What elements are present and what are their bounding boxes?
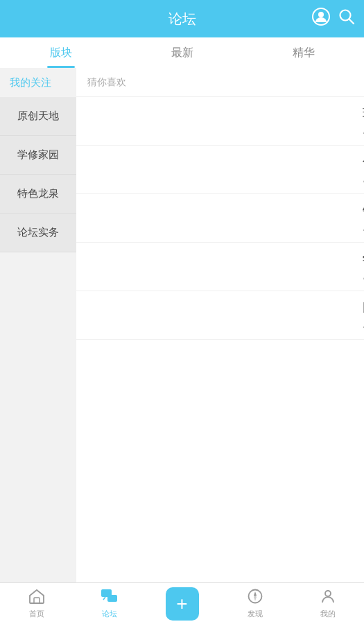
sidebar-item-longquan[interactable]: 特色龙泉 — [0, 175, 76, 214]
nav-forum[interactable]: 论坛 — [73, 583, 146, 624]
sidebar: 我的关注 原创天地 学修家园 特色龙泉 论坛实务 — [0, 68, 76, 582]
tab-featured[interactable]: 精华 — [243, 37, 364, 68]
svg-point-1 — [318, 12, 324, 17]
person-icon — [320, 589, 336, 607]
sidebar-item-yuanchuang[interactable]: 原创天地 — [0, 97, 76, 136]
nav-add[interactable]: + — [146, 583, 218, 624]
plus-icon[interactable]: + — [166, 587, 199, 621]
forum-item-3: 银杏树下 328 — [76, 194, 364, 243]
nav-home[interactable]: 首页 — [0, 583, 73, 624]
forum-icon — [101, 589, 119, 607]
guess-header: 猜你喜欢 — [76, 68, 364, 97]
svg-rect-21 — [107, 595, 117, 602]
tab-latest[interactable]: 最新 — [121, 37, 243, 68]
nav-profile[interactable]: 我的 — [291, 583, 364, 624]
svg-rect-19 — [34, 598, 40, 603]
sidebar-my-follow: 我的关注 — [0, 68, 76, 97]
content-area: 我的关注 原创天地 学修家园 特色龙泉 论坛实务 猜你喜欢 班长班 — [0, 68, 364, 582]
search-icon[interactable] — [338, 8, 356, 31]
tab-blocks[interactable]: 版块 — [0, 37, 121, 68]
nav-discover[interactable]: 发现 — [218, 583, 291, 624]
compass-icon — [248, 589, 263, 607]
header: 论坛 — [0, 0, 364, 37]
header-title: 论坛 — [168, 10, 196, 28]
forum-item-1: 班长班 465 — [76, 97, 364, 146]
forum-item-2: 仁爱慈善 224 — [76, 146, 364, 194]
home-icon — [28, 589, 45, 607]
bottom-navigation: 首页 论坛 + 发现 — [0, 582, 364, 624]
sidebar-item-xuexiu[interactable]: 学修家园 — [0, 136, 76, 175]
sidebar-item-shiwu[interactable]: 论坛实务 — [0, 214, 76, 252]
forum-item-4: 学佛问答 405 — [76, 243, 364, 291]
svg-line-3 — [349, 19, 354, 24]
svg-point-25 — [325, 591, 331, 596]
tabs-bar: 版块 最新 精华 — [0, 37, 364, 68]
svg-marker-24 — [254, 596, 257, 601]
forum-item-5: 网络共修 286 — [76, 291, 364, 340]
header-icons — [311, 7, 356, 31]
main-panel: 猜你喜欢 班长班 — [76, 68, 364, 582]
user-circle-icon[interactable] — [311, 7, 331, 31]
